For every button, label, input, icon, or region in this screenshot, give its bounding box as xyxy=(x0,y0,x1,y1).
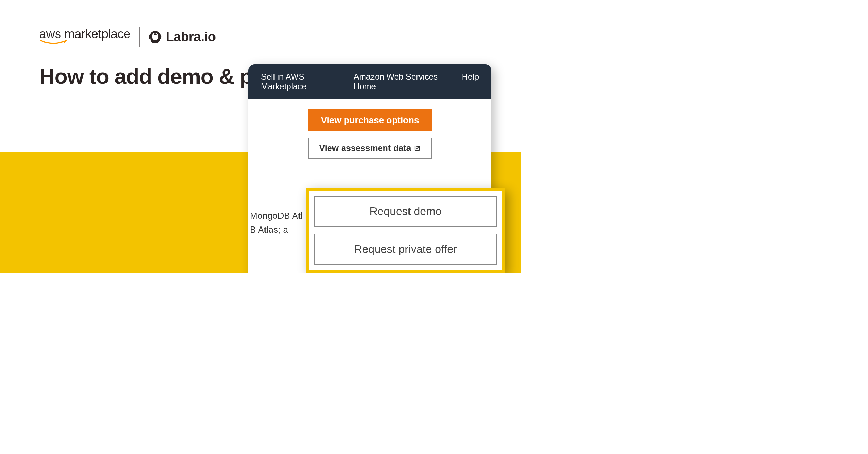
view-assessment-data-button[interactable]: View assessment data xyxy=(308,138,432,159)
logo-area: aws marketplace Labra.io xyxy=(39,27,216,47)
external-link-icon xyxy=(414,145,421,152)
aws-logo-text: aws marketplace xyxy=(39,28,130,40)
buttons-area: View purchase options View assessment da… xyxy=(248,99,491,166)
labra-dog-icon xyxy=(148,30,162,44)
app-navbar: Sell in AWS Marketplace Amazon Web Servi… xyxy=(248,64,491,99)
nav-sell[interactable]: Sell in AWS Marketplace xyxy=(261,72,341,91)
logo-divider xyxy=(139,27,140,47)
labra-logo-text: Labra.io xyxy=(166,30,216,44)
aws-smile-icon xyxy=(40,40,67,46)
nav-home[interactable]: Amazon Web Services Home xyxy=(354,72,449,91)
aws-marketplace-logo: aws marketplace xyxy=(39,28,130,46)
highlight-callout: Request demo Request private offer xyxy=(306,188,505,273)
app-window: Sell in AWS Marketplace Amazon Web Servi… xyxy=(248,64,491,273)
product-line-1: MongoDB Atl xyxy=(250,209,303,223)
view-purchase-options-button[interactable]: View purchase options xyxy=(308,109,432,131)
assessment-label: View assessment data xyxy=(319,143,411,153)
request-private-offer-button[interactable]: Request private offer xyxy=(314,234,497,265)
request-demo-button[interactable]: Request demo xyxy=(314,196,497,227)
svg-point-1 xyxy=(154,33,157,35)
nav-help[interactable]: Help xyxy=(462,72,479,91)
labra-logo: Labra.io xyxy=(148,30,216,44)
product-line-2: B Atlas; a xyxy=(250,223,303,237)
product-text: MongoDB Atl B Atlas; a xyxy=(250,209,303,237)
window-content: View purchase options View assessment da… xyxy=(248,99,491,273)
